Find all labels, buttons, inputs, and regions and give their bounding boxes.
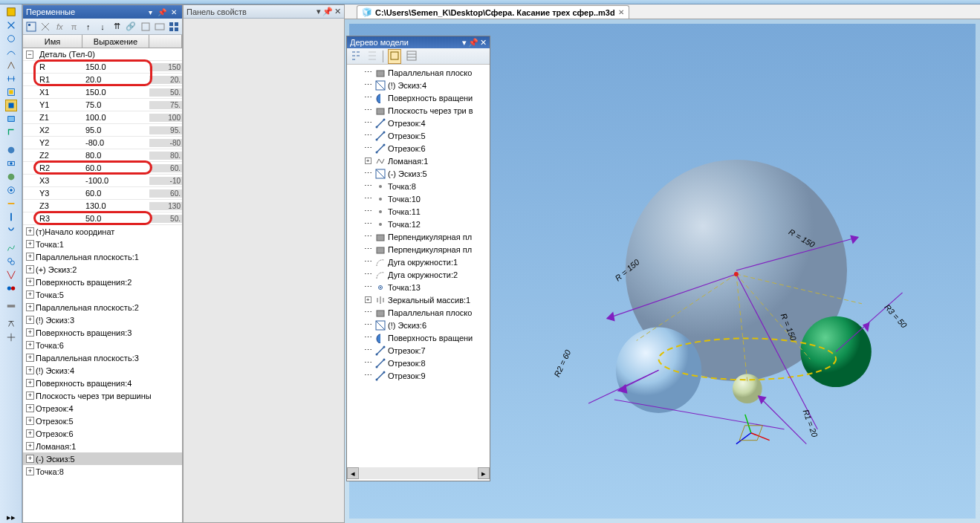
- var-expression[interactable]: 75.0: [82, 100, 149, 109]
- feature-tree-row[interactable]: +Поверхность вращения:3: [23, 326, 182, 339]
- model-tree-row[interactable]: ⋯(!) Эскиз:4: [348, 79, 488, 91]
- tool-icon[interactable]: [5, 184, 17, 196]
- feature-tree-row[interactable]: +Отрезок:6: [23, 427, 182, 440]
- scroll-right-icon[interactable]: ▸: [478, 467, 490, 479]
- model-tree-row[interactable]: ⋯Точка:10: [348, 192, 488, 205]
- tool-icon[interactable]: [5, 100, 17, 111]
- var-expression[interactable]: 20.0: [82, 75, 149, 84]
- tool-icon[interactable]: [5, 86, 17, 98]
- model-tree-row[interactable]: ⋯Поверхность вращени: [348, 331, 488, 344]
- feature-tree-row[interactable]: +(-) Эскиз:5: [23, 452, 182, 465]
- var-name[interactable]: X1: [36, 88, 82, 97]
- toolbar-button[interactable]: [25, 20, 37, 33]
- model-tree-row[interactable]: ⋯Отрезок:8: [348, 357, 488, 369]
- var-name[interactable]: Y3: [36, 189, 82, 198]
- tool-icon[interactable]: [5, 171, 17, 183]
- model-tree-row[interactable]: ⋯Перпендикулярная пл: [348, 243, 488, 256]
- close-icon[interactable]: ✕: [480, 38, 487, 48]
- variable-row[interactable]: Z2 80.0 80.: [23, 149, 182, 162]
- tool-icon[interactable]: [5, 282, 17, 294]
- var-expression[interactable]: 50.0: [82, 214, 149, 223]
- model-tree-row[interactable]: ⋯(!) Эскиз:6: [348, 319, 488, 331]
- toolbar-button[interactable]: ⇈: [111, 20, 123, 33]
- model-tree-row[interactable]: +Зеркальный массив:1: [348, 293, 488, 306]
- feature-tree-row[interactable]: +Отрезок:5: [23, 415, 182, 427]
- variable-row[interactable]: Y3 60.0 60.: [23, 187, 182, 200]
- tool-icon[interactable]: [5, 224, 17, 236]
- model-tree-row[interactable]: ⋯Перпендикулярная пл: [348, 230, 488, 243]
- tool-icon[interactable]: [5, 157, 17, 169]
- variable-row[interactable]: R3 50.0 50.: [23, 212, 182, 225]
- var-name[interactable]: R: [36, 62, 82, 71]
- tree-view-icon[interactable]: [350, 50, 362, 63]
- var-expression[interactable]: 60.0: [82, 189, 149, 198]
- toolbar-more-icon[interactable]: ▸▸: [5, 511, 17, 523]
- close-icon[interactable]: ✕: [334, 7, 341, 16]
- var-name[interactable]: Z2: [36, 151, 82, 160]
- model-tree-row[interactable]: ⋯Отрезок:7: [348, 344, 488, 357]
- variable-row[interactable]: R 150.0 150: [23, 61, 182, 74]
- model-tree-body[interactable]: ⋯Параллельная плоско⋯(!) Эскиз:4⋯Поверхн…: [347, 65, 490, 467]
- feature-tree-row[interactable]: +Точка:1: [23, 238, 182, 250]
- toolbar-button[interactable]: [139, 20, 152, 33]
- model-tree-row[interactable]: ⋯Отрезок:5: [348, 129, 488, 142]
- tool-icon[interactable]: [5, 59, 17, 71]
- dropdown-icon[interactable]: ▾: [317, 7, 321, 16]
- model-tree-row[interactable]: ⋯Поверхность вращени: [348, 91, 488, 104]
- var-name[interactable]: Y1: [36, 100, 82, 109]
- toolbar-button[interactable]: ↓: [96, 20, 108, 33]
- tool-icon[interactable]: [5, 256, 17, 267]
- variable-row[interactable]: R2 60.0 60.: [23, 162, 182, 175]
- feature-tree-row[interactable]: +Ломаная:1: [23, 440, 182, 452]
- column-header-expression[interactable]: Выражение: [82, 35, 149, 48]
- variable-row[interactable]: X1 150.0 50.: [23, 86, 182, 99]
- toolbar-button[interactable]: 🔗: [125, 20, 137, 33]
- pin-icon[interactable]: 📌: [322, 7, 333, 16]
- variable-row[interactable]: Z1 100.0 100: [23, 111, 182, 124]
- tool-icon[interactable]: [5, 211, 17, 223]
- document-tab[interactable]: 🧊 C:\Users\Semen_K\Desktop\Сфера. Касани…: [357, 5, 629, 19]
- tool-icon[interactable]: [5, 318, 17, 330]
- feature-tree-row[interactable]: +(!) Эскиз:3: [23, 314, 182, 326]
- var-expression[interactable]: -100.0: [82, 176, 149, 185]
- tool-icon[interactable]: [5, 198, 17, 209]
- feature-tree-row[interactable]: +Поверхность вращения:4: [23, 377, 182, 389]
- tool-icon[interactable]: [5, 33, 17, 45]
- tool-icon[interactable]: [5, 46, 17, 58]
- var-expression[interactable]: 80.0: [82, 151, 149, 160]
- toolbar-button[interactable]: π: [68, 20, 80, 33]
- tool-icon[interactable]: [5, 73, 17, 85]
- tool-icon[interactable]: [5, 269, 17, 281]
- pin-icon[interactable]: 📌: [157, 7, 167, 17]
- feature-tree-row[interactable]: +Точка:8: [23, 465, 182, 478]
- close-tab-icon[interactable]: ✕: [618, 8, 624, 16]
- tool-icon[interactable]: [5, 6, 17, 18]
- var-name[interactable]: X3: [36, 176, 82, 185]
- var-expression[interactable]: 100.0: [82, 113, 149, 122]
- var-expression[interactable]: -80.0: [82, 138, 149, 147]
- model-tree-row[interactable]: ⋯(-) Эскиз:5: [348, 167, 488, 180]
- feature-tree-row[interactable]: +Поверхность вращения:2: [23, 276, 182, 288]
- model-tree-row[interactable]: ⋯Точка:13: [348, 281, 488, 293]
- viewport-3d[interactable]: Дерево модели ▾ 📌 ✕ ⋯Параллельная плоско…: [345, 19, 980, 523]
- var-name[interactable]: R3: [36, 214, 82, 223]
- var-root-label[interactable]: Деталь (Тел-0): [36, 50, 182, 59]
- dropdown-icon[interactable]: ▾: [462, 38, 467, 48]
- toolbar-button[interactable]: [168, 20, 181, 33]
- variable-row[interactable]: X2 95.0 95.: [23, 124, 182, 137]
- var-name[interactable]: Z1: [36, 113, 82, 122]
- toolbar-button[interactable]: [153, 20, 166, 33]
- model-tree-row[interactable]: ⋯Точка:11: [348, 205, 488, 218]
- feature-tree-row[interactable]: +(т)Начало координат: [23, 225, 182, 238]
- toolbar-button[interactable]: ↑: [82, 20, 94, 33]
- horizontal-scrollbar[interactable]: ◂ ▸: [347, 467, 490, 479]
- feature-tree-row[interactable]: +Параллельная плоскость:2: [23, 301, 182, 314]
- var-expression[interactable]: 130.0: [82, 201, 149, 210]
- tool-icon[interactable]: [5, 331, 17, 343]
- var-expression[interactable]: 95.0: [82, 126, 149, 134]
- tree-collapse-icon[interactable]: [366, 50, 378, 63]
- variables-body[interactable]: −Деталь (Тел-0) R 150.0 150 R1 20.0 20. …: [23, 48, 182, 522]
- model-tree-row[interactable]: ⋯Точка:12: [348, 218, 488, 230]
- var-name[interactable]: R1: [36, 75, 82, 84]
- feature-tree-row[interactable]: +Точка:6: [23, 339, 182, 351]
